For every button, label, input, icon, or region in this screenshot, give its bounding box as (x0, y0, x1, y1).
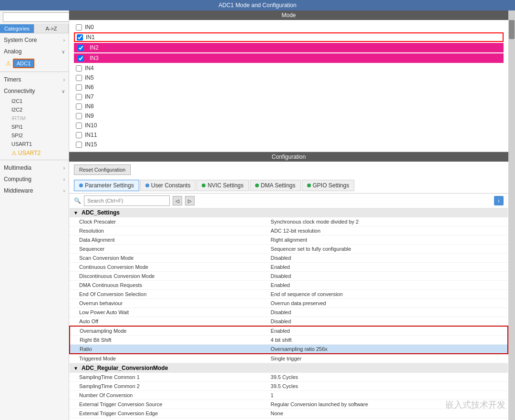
dot-icon (307, 184, 311, 187)
mode-checkbox-in4[interactable] (76, 65, 82, 72)
mode-item-in10: IN10 (74, 121, 504, 130)
mode-checkbox-in3[interactable] (78, 55, 84, 61)
sidebar-tab-categories[interactable]: Categories (0, 24, 34, 33)
arrow-icon: › (63, 188, 65, 194)
mode-item-in6: IN6 (74, 83, 504, 92)
mode-checkbox-in0[interactable] (76, 24, 82, 31)
mode-checkbox-in8[interactable] (76, 103, 82, 110)
dot-icon (255, 184, 259, 187)
config-search-row: 🔍 ◁ ▷ i (69, 194, 508, 208)
sidebar-item-i2c2[interactable]: I2C2 (8, 105, 69, 114)
mode-item-in4: IN4 (74, 64, 504, 72)
mode-item-in11: IN11 (74, 131, 504, 139)
arrow-icon: › (63, 77, 65, 82)
param-row-overrun-behaviour: Overrun behaviour Overrun data preserved (70, 299, 508, 308)
arrow-icon: › (63, 177, 65, 182)
param-row-oversampling-mode: Oversampling Mode Enabled (70, 326, 508, 336)
param-row-clock-prescaler: Clock Prescaler Synchronous clock mode d… (70, 217, 508, 226)
search-icon: 🔍 (74, 197, 81, 204)
warning-icon: ⚠ (6, 60, 11, 67)
right-scrollbar[interactable] (508, 10, 515, 420)
title-text: ADC1 Mode and Configuration (218, 2, 296, 9)
sidebar-category-multimedia[interactable]: Multimedia › (0, 162, 69, 174)
sidebar-category-systemcore[interactable]: System Core › (0, 34, 69, 46)
config-toolbar: Reset Configuration (69, 162, 508, 178)
param-row-discontinuous-conversion: Discontinuous Conversion Mode Disabled (70, 272, 508, 281)
collapse-arrow-icon: ▼ (73, 210, 78, 215)
arrow-icon: ∨ (62, 89, 65, 94)
param-row-ext-trigger-edge: External Trigger Conversion Edge None (70, 409, 508, 418)
param-row-continuous-conversion: Continuous Conversion Mode Enabled (70, 263, 508, 272)
mode-item-in2: IN2 (74, 43, 504, 52)
param-row-number-conversion: Number Of Conversion 1 (70, 391, 508, 400)
mode-checkbox-in10[interactable] (76, 123, 82, 129)
divider (0, 160, 69, 160)
warning-icon: ⚠ (11, 150, 17, 156)
scrollbar-thumb[interactable] (509, 20, 515, 39)
arrow-icon: › (63, 38, 65, 43)
mode-panel: Mode IN0 IN1 IN2 (69, 10, 508, 152)
param-row-scan-conversion: Scan Conversion Mode Disabled (70, 254, 508, 263)
tab-nvic-settings[interactable]: NVIC Settings (196, 180, 248, 191)
sidebar-category-timers[interactable]: Timers › (0, 74, 69, 85)
search-next-button[interactable]: ▷ (185, 196, 195, 205)
param-row-sampling-common1: SamplingTime Common 1 39.5 Cycles (70, 373, 508, 382)
param-row-triggered-mode: Triggered Mode Single trigger (70, 354, 508, 363)
sidebar-item-spi1[interactable]: SPI1 (8, 123, 69, 131)
reset-config-button[interactable]: Reset Configuration (74, 164, 131, 175)
mode-checkbox-in11[interactable] (76, 132, 82, 138)
sidebar-item-irtim: IRTIM (8, 114, 69, 123)
mode-item-in8: IN8 (74, 102, 504, 111)
search-prev-button[interactable]: ◁ (173, 196, 182, 205)
tab-dma-settings[interactable]: DMA Settings (250, 180, 301, 191)
mode-checkbox-in1[interactable] (77, 34, 83, 41)
param-row-sampling-common2: SamplingTime Common 2 39.5 Cycles (70, 382, 508, 391)
mode-checkbox-in6[interactable] (76, 84, 82, 91)
sidebar-tab-atoz[interactable]: A->Z (34, 24, 69, 33)
sidebar-tabs: Categories A->Z (0, 24, 69, 33)
tab-user-constants[interactable]: User Constants (140, 180, 196, 191)
mode-checkbox-in5[interactable] (76, 75, 82, 81)
mode-panel-header: Mode (69, 10, 508, 20)
sidebar-category-connectivity[interactable]: Connectivity ∨ (0, 85, 69, 97)
sidebar-item-usart2[interactable]: ⚠ USART2 (8, 148, 69, 158)
group-header-regular-conversion[interactable]: ▼ ADC_Regular_ConversionMode (70, 363, 508, 373)
mode-checkbox-in7[interactable] (76, 94, 82, 100)
sidebar-item-usart1[interactable]: USART1 (8, 140, 69, 148)
sidebar-item-adc1[interactable]: ⚠ ADC1 (0, 57, 69, 70)
config-info-button[interactable]: i (494, 196, 504, 205)
mode-checkbox-in15[interactable] (76, 142, 82, 148)
param-row-ratio[interactable]: Ratio Oversampling ratio 256x (70, 345, 508, 354)
divider (0, 72, 69, 72)
mode-item-in15: IN15 (74, 140, 504, 149)
config-header: Configuration (69, 152, 508, 162)
sidebar-search-input[interactable] (3, 12, 69, 22)
sidebar-section: System Core › Analog ∨ ⚠ ADC1 Timers › C… (0, 33, 69, 197)
param-row-ext-trigger-source: External Trigger Conversion Source Regul… (70, 400, 508, 409)
mode-item-in1: IN1 (74, 32, 504, 42)
param-row-low-power: Low Power Auto Wait Disabled (70, 308, 508, 317)
sidebar-category-analog[interactable]: Analog ∨ (0, 46, 69, 57)
param-row-auto-off: Auto Off Disabled (70, 317, 508, 327)
param-table-container: ▼ ADC_Settings Clock Prescaler Synchrono… (69, 208, 508, 420)
mode-checkbox-in2[interactable] (78, 45, 84, 51)
sidebar-item-i2c1[interactable]: I2C1 (8, 97, 69, 105)
title-bar: ADC1 Mode and Configuration (0, 0, 515, 10)
mode-item-in7: IN7 (74, 92, 504, 101)
arrow-icon: ∨ (62, 49, 65, 54)
param-row-end-conversion: End Of Conversion Selection End of seque… (70, 290, 508, 299)
param-row-trigger-frequency: Trigger Frequency Low frequency (70, 418, 508, 420)
mode-item-in5: IN5 (74, 73, 504, 82)
config-search-input[interactable] (84, 195, 170, 206)
tab-parameter-settings[interactable]: Parameter Settings (74, 180, 139, 191)
sidebar-category-middleware[interactable]: Middleware › (0, 185, 69, 196)
tab-gpio-settings[interactable]: GPIO Settings (302, 180, 355, 191)
group-header-adc-settings[interactable]: ▼ ADC_Settings (70, 208, 508, 217)
param-row-resolution: Resolution ADC 12-bit resolution (70, 226, 508, 236)
config-tabs: Parameter Settings User Constants NVIC S… (69, 178, 508, 194)
mode-checkbox-in9[interactable] (76, 113, 82, 119)
connectivity-sub-items: I2C1 I2C2 IRTIM SPI1 SPI2 USART1 ⚠ USART… (0, 97, 69, 158)
sidebar-item-spi2[interactable]: SPI2 (8, 131, 69, 140)
param-row-right-bit-shift: Right Bit Shift 4 bit shift (70, 336, 508, 345)
sidebar-category-computing[interactable]: Computing › (0, 174, 69, 185)
